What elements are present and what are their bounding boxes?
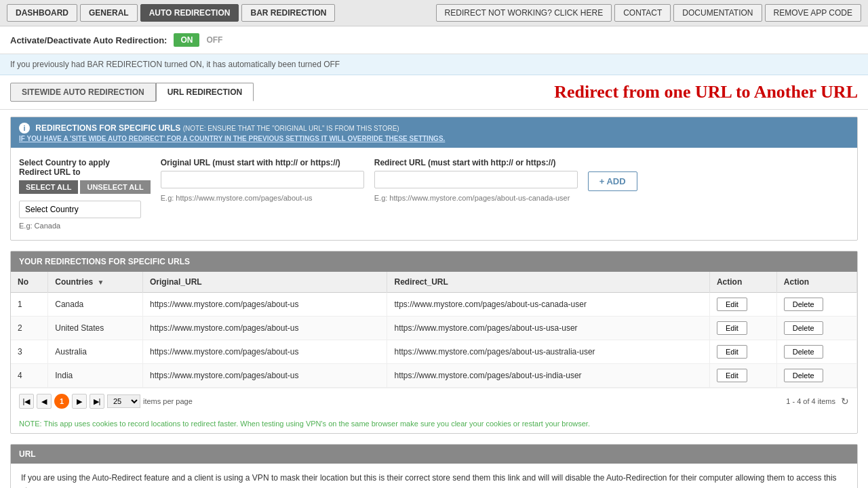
cell-original-url: https://www.mystore.com/pages/about-us xyxy=(143,364,387,388)
cell-action-delete: Delete xyxy=(776,317,856,340)
filter-icon[interactable]: ▼ xyxy=(98,279,104,286)
top-nav-left: DASHBOARD GENERAL AUTO REDIRECTION BAR R… xyxy=(7,4,335,22)
delete-button[interactable]: Delete xyxy=(784,298,823,311)
country-select[interactable]: Select Country xyxy=(19,201,141,218)
cell-no: 2 xyxy=(11,317,48,340)
cell-country: India xyxy=(48,364,143,388)
nav-bar-redirection[interactable]: BAR REDIRECTION xyxy=(241,4,335,22)
toggle-on-button[interactable]: ON xyxy=(174,33,199,47)
activate-bar: Activate/Deactivate Auto Redirection: ON… xyxy=(0,26,868,54)
page-first-button[interactable]: |◀ xyxy=(19,394,34,409)
col-original-url: Original_URL xyxy=(143,272,387,293)
table-header-row: No Countries ▼ Original_URL Redirect_URL… xyxy=(11,272,857,293)
nav-contact[interactable]: CONTACT xyxy=(614,4,671,22)
per-page-select[interactable]: 25 50 100 xyxy=(107,394,140,408)
url-section-body-text: If you are using the Auto-Redirect featu… xyxy=(21,473,837,488)
url-section-header: URL xyxy=(11,445,857,464)
pagination-bar: |◀ ◀ 1 ▶ ▶| 25 50 100 items per page 1 -… xyxy=(11,388,857,414)
cell-country: United States xyxy=(48,317,143,340)
original-url-group: Original URL (must start with http:// or… xyxy=(161,158,364,202)
table-section-header: YOUR REDIRECTIONS FOR SPECIFIC URLS xyxy=(11,251,857,272)
cell-no: 1 xyxy=(11,293,48,317)
cell-action-edit: Edit xyxy=(709,317,776,340)
redirections-table: No Countries ▼ Original_URL Redirect_URL… xyxy=(11,272,857,388)
info-icon: i xyxy=(19,123,30,134)
bar-redirection-info: If you previously had BAR REDIRECTION tu… xyxy=(0,54,868,75)
table-body: 1 Canada https://www.mystore.com/pages/a… xyxy=(11,293,857,388)
redirections-header-title: REDIRECTIONS FOR SPECIFIC URLS xyxy=(35,123,180,133)
cell-original-url: https://www.mystore.com/pages/about-us xyxy=(143,340,387,364)
delete-button[interactable]: Delete xyxy=(784,321,823,335)
cell-no: 3 xyxy=(11,340,48,364)
table-row: 3 Australia https://www.mystore.com/page… xyxy=(11,340,857,364)
redirect-url-example: E.g: https://www.mystore.com/pages/about… xyxy=(374,194,578,202)
per-page-label: items per page xyxy=(143,397,193,405)
nav-dashboard[interactable]: DASHBOARD xyxy=(7,4,77,22)
cell-country: Australia xyxy=(48,340,143,364)
country-form-group: Select Country to apply Redirect URL to … xyxy=(19,158,151,230)
edit-button[interactable]: Edit xyxy=(717,345,747,359)
table-row: 4 India https://www.mystore.com/pages/ab… xyxy=(11,364,857,388)
cell-redirect-url: ttps://www.mystore.com/pages/about-us-ca… xyxy=(387,293,709,317)
url-section: URL If you are using the Auto-Redirect f… xyxy=(10,444,858,488)
cell-original-url: https://www.mystore.com/pages/about-us xyxy=(143,317,387,340)
tab-url-redirection[interactable]: URL REDIRECTION xyxy=(156,83,254,102)
tab-sitewide[interactable]: SITEWIDE AUTO REDIRECTION xyxy=(10,83,156,102)
items-count: 1 - 4 of 4 items xyxy=(786,397,835,405)
delete-button[interactable]: Delete xyxy=(784,369,823,382)
delete-button[interactable]: Delete xyxy=(784,345,823,359)
form-area: Select Country to apply Redirect URL to … xyxy=(11,148,857,240)
override-link[interactable]: IF YOU HAVE A 'SITE WIDE AUTO REDIRECT' … xyxy=(19,135,849,142)
cell-redirect-url: https://www.mystore.com/pages/about-us-a… xyxy=(387,340,709,364)
nav-redirect-not-working[interactable]: REDIRECT NOT WORKING? CLICK HERE xyxy=(436,4,612,22)
pagination-left: |◀ ◀ 1 ▶ ▶| 25 50 100 items per page xyxy=(19,394,193,409)
cell-action-delete: Delete xyxy=(776,293,856,317)
original-url-input[interactable] xyxy=(161,171,364,188)
original-url-label: Original URL (must start with http:// or… xyxy=(161,158,364,167)
redirect-url-input[interactable] xyxy=(374,171,578,188)
redirections-header-note: (NOTE: ENSURE THAT THE "ORIGINAL URL" IS… xyxy=(183,125,399,132)
country-label: Select Country to apply Redirect URL to xyxy=(19,158,151,177)
col-redirect-url: Redirect_URL xyxy=(387,272,709,293)
redirections-section: i REDIRECTIONS FOR SPECIFIC URLS (NOTE: … xyxy=(10,117,858,241)
select-buttons: SELECT ALL UNSELECT ALL xyxy=(19,180,151,194)
toggle-off-button[interactable]: OFF xyxy=(206,35,222,45)
bar-redirection-info-text: If you previously had BAR REDIRECTION tu… xyxy=(10,60,340,69)
edit-button[interactable]: Edit xyxy=(717,321,747,335)
cell-action-edit: Edit xyxy=(709,364,776,388)
col-countries: Countries ▼ xyxy=(48,272,143,293)
col-no: No xyxy=(11,272,48,293)
top-nav-right: REDIRECT NOT WORKING? CLICK HERE CONTACT… xyxy=(436,4,861,22)
tab-bar-left: SITEWIDE AUTO REDIRECTION URL REDIRECTIO… xyxy=(10,83,254,102)
unselect-all-button[interactable]: UNSELECT ALL xyxy=(80,180,150,194)
page-last-button[interactable]: ▶| xyxy=(90,394,104,409)
country-select-wrapper: Select Country xyxy=(19,201,151,218)
add-button[interactable]: + ADD xyxy=(588,171,637,191)
table-row: 1 Canada https://www.mystore.com/pages/a… xyxy=(11,293,857,317)
cell-original-url: https://www.mystore.com/pages/about-us xyxy=(143,293,387,317)
nav-remove-app-code[interactable]: REMOVE APP CODE xyxy=(765,4,861,22)
col-action-edit: Action xyxy=(709,272,776,293)
page-prev-button[interactable]: ◀ xyxy=(37,394,52,409)
cell-country: Canada xyxy=(48,293,143,317)
select-all-button[interactable]: SELECT ALL xyxy=(19,180,78,194)
refresh-icon[interactable]: ↻ xyxy=(841,396,849,407)
nav-documentation[interactable]: DOCUMENTATION xyxy=(673,4,762,22)
edit-button[interactable]: Edit xyxy=(717,298,747,311)
redirections-section-header: i REDIRECTIONS FOR SPECIFIC URLS (NOTE: … xyxy=(11,117,857,148)
col-action-delete: Action xyxy=(776,272,856,293)
cell-action-delete: Delete xyxy=(776,364,856,388)
cell-action-delete: Delete xyxy=(776,340,856,364)
table-section: YOUR REDIRECTIONS FOR SPECIFIC URLS No C… xyxy=(10,251,858,434)
nav-general[interactable]: GENERAL xyxy=(80,4,138,22)
country-example: E.g: Canada xyxy=(19,222,151,230)
cell-action-edit: Edit xyxy=(709,340,776,364)
table-row: 2 United States https://www.mystore.com/… xyxy=(11,317,857,340)
edit-button[interactable]: Edit xyxy=(717,369,747,382)
tab-bar: SITEWIDE AUTO REDIRECTION URL REDIRECTIO… xyxy=(0,75,868,110)
main-content: i REDIRECTIONS FOR SPECIFIC URLS (NOTE: … xyxy=(0,110,868,488)
nav-auto-redirection[interactable]: AUTO REDIRECTION xyxy=(140,4,239,22)
page-next-button[interactable]: ▶ xyxy=(72,394,87,409)
url-section-body: If you are using the Auto-Redirect featu… xyxy=(11,464,857,488)
cell-action-edit: Edit xyxy=(709,293,776,317)
